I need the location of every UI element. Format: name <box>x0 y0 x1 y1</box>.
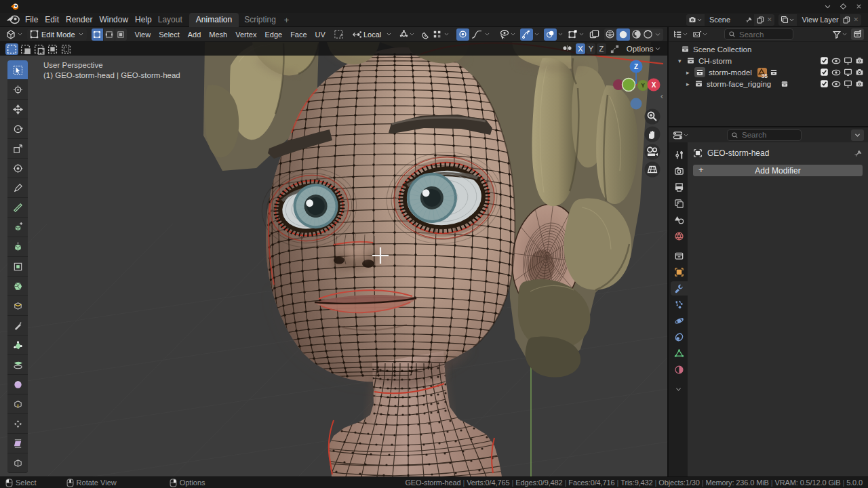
svg-text:(1) GEO-storm-head | GEO-storm: (1) GEO-storm-head | GEO-storm-head <box>43 71 180 79</box>
svg-text:X: X <box>652 81 656 89</box>
svg-text:Y: Y <box>641 82 645 89</box>
svg-text:User Perspective: User Perspective <box>43 61 103 69</box>
svg-text:Z: Z <box>634 63 638 70</box>
svg-text:‹: ‹ <box>660 92 663 101</box>
